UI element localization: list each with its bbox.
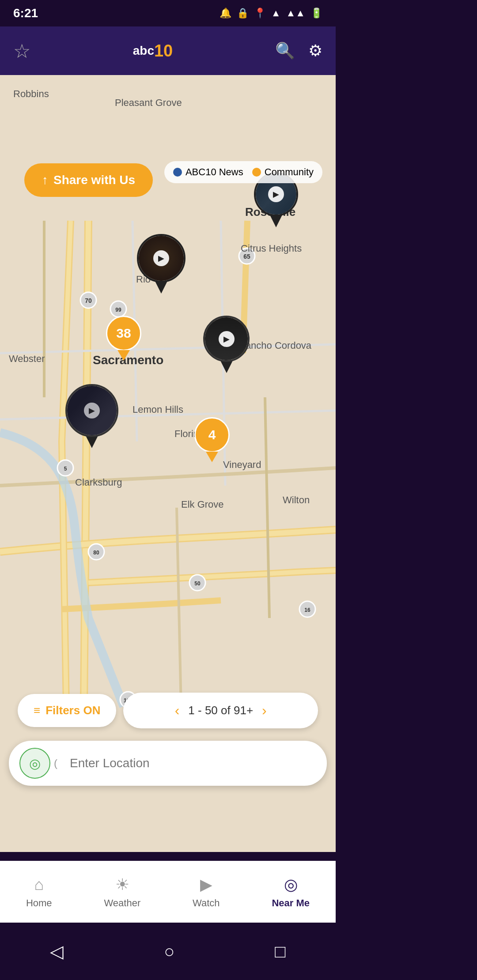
pin-tail	[155, 281, 167, 294]
filters-button[interactable]: ≡ Filters ON	[18, 694, 116, 727]
watch-icon: ▶	[200, 875, 212, 894]
pin-cluster-4[interactable]: 4	[194, 417, 230, 462]
share-label: Share with Us	[53, 173, 135, 187]
filter-label: Filters ON	[45, 704, 100, 717]
cluster-count: 4	[194, 417, 230, 452]
video-play-icon: ▶	[153, 250, 169, 266]
pin-tail	[220, 361, 233, 373]
recent-apps-button[interactable]: □	[266, 933, 294, 970]
app-logo: abc 10	[133, 41, 173, 60]
pin-rio-video[interactable]: ▶	[137, 234, 186, 294]
video-thumbnail-rio: ▶	[137, 234, 186, 283]
status-time: 6:21	[13, 6, 38, 20]
security-icon: 🔒	[237, 8, 249, 19]
logo-abc-text: abc	[133, 44, 154, 58]
battery-icon: 🔋	[310, 8, 322, 19]
settings-icon[interactable]: ⚙	[308, 41, 322, 60]
svg-text:80: 80	[93, 550, 99, 556]
search-icon[interactable]: 🔍	[275, 41, 295, 60]
location-icon: ◎	[29, 756, 41, 771]
svg-text:99: 99	[115, 307, 121, 313]
status-bar: 6:21 🔔 🔒 📍 ▲ ▲▲ 🔋	[0, 0, 336, 26]
near-me-label: Near Me	[272, 897, 310, 909]
nav-item-watch[interactable]: ▶ Watch	[179, 871, 233, 913]
nav-item-home[interactable]: ⌂ Home	[13, 871, 65, 913]
community-dot	[252, 168, 261, 177]
location-status-icon: 📍	[254, 8, 266, 19]
pagination-controls: ‹ 1 - 50 of 91+ ›	[123, 693, 318, 728]
video-play-icon: ▶	[84, 403, 100, 418]
pin-cluster-38[interactable]: 38	[106, 316, 141, 361]
weather-label: Weather	[104, 897, 140, 909]
header-actions: 🔍 ⚙	[275, 41, 322, 60]
share-with-us-button[interactable]: ↑ Share with Us	[24, 163, 153, 197]
pin-tail	[86, 436, 98, 448]
watch-label: Watch	[193, 897, 220, 909]
logo-10-text: 10	[154, 41, 173, 60]
current-location-button[interactable]: ◎	[19, 748, 50, 779]
pagination-bar: ≡ Filters ON ‹ 1 - 50 of 91+ ›	[18, 693, 318, 728]
cluster-count: 38	[106, 316, 141, 351]
video-thumbnail-police: ▶	[203, 316, 250, 362]
abc10-news-label: ABC10 News	[186, 166, 243, 178]
legend-item-community: Community	[252, 166, 314, 178]
wifi-icon: ▲	[271, 8, 281, 19]
weather-icon: ☀	[115, 875, 129, 894]
location-bar: ◎ (	[9, 741, 327, 786]
svg-text:16: 16	[304, 607, 310, 613]
home-label: Home	[26, 897, 52, 909]
nav-item-near-me[interactable]: ◎ Near Me	[258, 871, 323, 913]
android-nav-bar: ◁ ○ □	[0, 923, 336, 980]
favorite-button[interactable]: ☆	[13, 40, 30, 62]
video-thumbnail-south: ▶	[65, 384, 118, 437]
status-icons: 🔔 🔒 📍 ▲ ▲▲ 🔋	[220, 8, 322, 19]
prev-page-button[interactable]: ‹	[175, 702, 180, 719]
location-input[interactable]	[61, 752, 316, 775]
page-range: 1 - 50 of 91+	[188, 704, 253, 717]
share-icon: ↑	[42, 173, 48, 187]
home-icon: ⌂	[34, 875, 44, 894]
app-header: ☆ abc 10 🔍 ⚙	[0, 26, 336, 75]
svg-text:50: 50	[194, 580, 201, 587]
community-label: Community	[265, 166, 314, 178]
pin-tail	[270, 215, 282, 227]
pin-tail	[206, 452, 218, 462]
separator: (	[54, 757, 57, 769]
legend-item-abc10: ABC10 News	[173, 166, 243, 178]
back-button[interactable]: ◁	[41, 932, 72, 970]
map-area[interactable]: 70 65 5 80 99 50 160 16 G oogle Robbins …	[0, 75, 336, 852]
map-legend: ABC10 News Community	[164, 161, 322, 183]
next-page-button[interactable]: ›	[262, 702, 267, 719]
video-play-icon: ▶	[219, 331, 235, 347]
svg-text:5: 5	[64, 466, 67, 472]
notification-icon: 🔔	[220, 8, 231, 19]
svg-text:65: 65	[243, 253, 250, 260]
abc10-news-dot	[173, 168, 182, 177]
pin-south-video[interactable]: ▶	[65, 384, 118, 448]
filter-icon: ≡	[34, 704, 40, 717]
home-button[interactable]: ○	[155, 933, 183, 970]
signal-icon: ▲▲	[286, 8, 305, 19]
bottom-nav: ⌂ Home ☀ Weather ▶ Watch ◎ Near Me	[0, 861, 336, 923]
pin-tail	[117, 350, 130, 361]
svg-text:70: 70	[85, 297, 92, 304]
pin-police-video[interactable]: ▶	[203, 316, 250, 373]
near-me-icon: ◎	[284, 875, 298, 894]
video-play-icon: ▶	[268, 186, 284, 202]
nav-item-weather[interactable]: ☀ Weather	[91, 871, 154, 913]
